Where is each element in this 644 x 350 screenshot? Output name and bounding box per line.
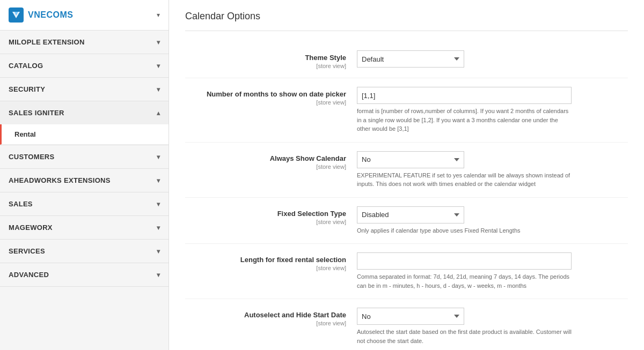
fixed-selection-type-scope: [store view] (185, 219, 346, 225)
sales-igniter-chevron-icon: ▴ (157, 109, 160, 117)
vnecoms-logo-icon (9, 8, 24, 23)
fixed-selection-type-select[interactable]: Disabled (357, 206, 464, 224)
form-section-calendar-options: Theme Style [store view] Default Number … (185, 42, 628, 350)
always-show-calendar-label: Always Show Calendar (185, 154, 346, 162)
always-show-calendar-hint: EXPERIMENTAL FEATURE if set to yes calen… (357, 171, 572, 189)
form-row-theme-style: Theme Style [store view] Default (185, 42, 628, 78)
theme-style-select[interactable]: Default (357, 50, 464, 68)
sidebar-section-advanced-header[interactable]: ADVANCED ▾ (0, 263, 169, 286)
fixed-selection-type-hint: Only applies if calendar type above uses… (357, 226, 572, 235)
sidebar-section-aheadworks-header[interactable]: AHEADWORKS EXTENSIONS ▾ (0, 169, 169, 192)
sidebar-section-catalog: CATALOG ▾ (0, 54, 169, 78)
sidebar-logo[interactable]: VNECOMS ▾ (0, 0, 169, 31)
theme-style-select-wrapper: Default (357, 50, 464, 68)
autoselect-start-date-select[interactable]: No Yes (357, 308, 464, 325)
months-to-show-hint: format is [number of rows,number of colu… (357, 107, 572, 133)
sidebar-section-services-header[interactable]: SERVICES ▾ (0, 240, 169, 263)
logo-chevron-icon: ▾ (157, 11, 160, 19)
autoselect-start-date-hint: Autoselect the start date based on the f… (357, 327, 572, 345)
sidebar-section-catalog-header[interactable]: CATALOG ▾ (0, 54, 169, 77)
catalog-chevron-icon: ▾ (157, 62, 160, 70)
sidebar-section-sales: SALES ▾ (0, 192, 169, 216)
security-chevron-icon: ▾ (157, 86, 160, 93)
form-row-length-fixed-rental: Length for fixed rental selection [store… (185, 244, 628, 299)
always-show-calendar-select-wrapper: No Yes (357, 151, 464, 168)
sidebar-section-customers: CUSTOMERS ▾ (0, 145, 169, 169)
fixed-selection-type-label: Fixed Selection Type (185, 210, 346, 218)
aheadworks-chevron-icon: ▾ (157, 177, 160, 184)
sidebar: VNECOMS ▾ MILOPLE EXTENSION ▾ CATALOG ▾ … (0, 0, 169, 350)
page-title: Calendar Options (185, 11, 628, 31)
sidebar-section-mageworx-header[interactable]: MAGEWORX ▾ (0, 216, 169, 239)
sidebar-section-security-header[interactable]: SECURITY ▾ (0, 78, 169, 101)
theme-style-scope: [store view] (185, 63, 346, 69)
sidebar-section-customers-header[interactable]: CUSTOMERS ▾ (0, 145, 169, 168)
length-fixed-rental-hint: Comma separated in format: 7d, 14d, 21d,… (357, 272, 572, 290)
autoselect-start-date-select-wrapper: No Yes (357, 308, 464, 325)
sidebar-section-sales-igniter: SALES IGNITER ▴ Rental (0, 101, 169, 145)
autoselect-start-date-label: Autoselect and Hide Start Date (185, 311, 346, 319)
length-fixed-rental-input[interactable] (357, 252, 572, 270)
sidebar-section-advanced: ADVANCED ▾ (0, 263, 169, 287)
services-chevron-icon: ▾ (157, 248, 160, 255)
length-fixed-rental-label: Length for fixed rental selection (185, 256, 346, 264)
autoselect-start-date-scope: [store view] (185, 320, 346, 326)
sales-chevron-icon: ▾ (157, 200, 160, 208)
months-to-show-input[interactable] (357, 87, 572, 104)
months-to-show-label: Number of months to show on date picker (185, 90, 346, 98)
advanced-chevron-icon: ▾ (157, 271, 160, 279)
theme-style-label: Theme Style (185, 54, 346, 62)
form-row-fixed-selection-type: Fixed Selection Type [store view] Disabl… (185, 198, 628, 244)
sidebar-section-services: SERVICES ▾ (0, 240, 169, 263)
sidebar-section-mageworx: MAGEWORX ▾ (0, 216, 169, 240)
form-row-autoselect-start-date: Autoselect and Hide Start Date [store vi… (185, 299, 628, 350)
milople-chevron-icon: ▾ (157, 39, 160, 46)
sidebar-section-milople: MILOPLE EXTENSION ▾ (0, 31, 169, 54)
main-content: Calendar Options Theme Style [store view… (169, 0, 644, 350)
length-fixed-rental-scope: [store view] (185, 265, 346, 271)
sidebar-section-security: SECURITY ▾ (0, 78, 169, 101)
mageworx-chevron-icon: ▾ (157, 224, 160, 232)
sidebar-section-aheadworks: AHEADWORKS EXTENSIONS ▾ (0, 169, 169, 192)
months-to-show-scope: [store view] (185, 99, 346, 106)
logo-text: VNECOMS (28, 10, 73, 20)
form-row-months-to-show: Number of months to show on date picker … (185, 78, 628, 143)
sidebar-section-milople-header[interactable]: MILOPLE EXTENSION ▾ (0, 31, 169, 54)
sidebar-item-rental[interactable]: Rental (0, 124, 169, 145)
fixed-selection-type-select-wrapper: Disabled (357, 206, 464, 224)
sidebar-section-sales-igniter-header[interactable]: SALES IGNITER ▴ (0, 101, 169, 124)
always-show-calendar-select[interactable]: No Yes (357, 151, 464, 168)
form-row-always-show-calendar: Always Show Calendar [store view] No Yes… (185, 143, 628, 198)
always-show-calendar-scope: [store view] (185, 163, 346, 170)
sidebar-section-sales-header[interactable]: SALES ▾ (0, 192, 169, 215)
customers-chevron-icon: ▾ (157, 153, 160, 161)
